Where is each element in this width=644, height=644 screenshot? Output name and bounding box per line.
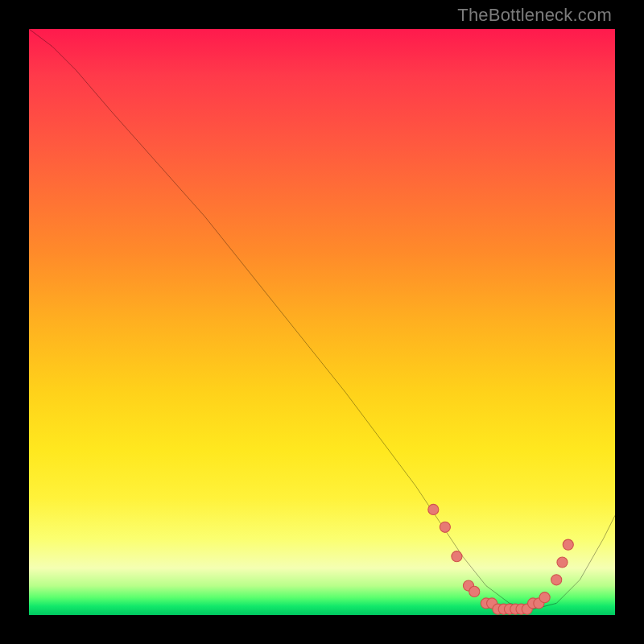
chart-frame: TheBottleneck.com (0, 0, 644, 644)
highlight-dot (452, 551, 462, 562)
highlight-dot (428, 504, 439, 514)
dots-layer (29, 29, 615, 615)
highlight-dot (469, 586, 480, 597)
plot-area (29, 29, 615, 615)
watermark-text: TheBottleneck.com (457, 5, 612, 26)
highlight-dot (551, 575, 562, 585)
highlight-dot (563, 539, 573, 550)
highlight-dot (539, 592, 550, 603)
highlight-dot (440, 522, 450, 532)
highlight-dot (557, 557, 568, 568)
